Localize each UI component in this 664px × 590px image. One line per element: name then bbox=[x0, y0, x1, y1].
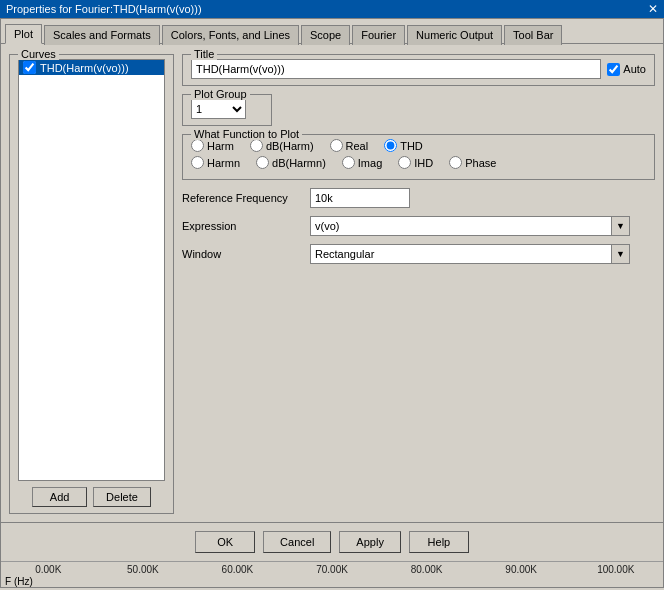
radio-thd: THD bbox=[384, 139, 423, 152]
cancel-button[interactable]: Cancel bbox=[263, 531, 331, 553]
freq-4: 80.00K bbox=[379, 564, 474, 575]
tab-content: Curves THD(Harm(v(vo))) Add Delete Title bbox=[1, 44, 663, 522]
delete-button[interactable]: Delete bbox=[93, 487, 151, 507]
title-bar: Properties for Fourier:THD(Harm(v(vo))) … bbox=[0, 0, 664, 18]
radio-harmn-input[interactable] bbox=[191, 156, 204, 169]
freq-6: 100.00K bbox=[568, 564, 663, 575]
window-title: Properties for Fourier:THD(Harm(v(vo))) bbox=[6, 3, 202, 15]
tab-fourier[interactable]: Fourier bbox=[352, 25, 405, 45]
radio-real-input[interactable] bbox=[330, 139, 343, 152]
curve-checkbox[interactable] bbox=[23, 61, 36, 74]
plot-group-label: Plot Group bbox=[191, 88, 250, 100]
radio-phase: Phase bbox=[449, 156, 496, 169]
radio-row-2: Harmn dB(Harmn) Imag IHD bbox=[191, 156, 646, 169]
tab-numeric[interactable]: Numeric Output bbox=[407, 25, 502, 45]
bottom-buttons: OK Cancel Apply Help bbox=[1, 522, 663, 561]
curves-panel: Curves THD(Harm(v(vo))) Add Delete bbox=[9, 54, 174, 514]
radio-ihd-input[interactable] bbox=[398, 156, 411, 169]
window-row: Window ▼ bbox=[182, 244, 655, 264]
freq-5: 90.00K bbox=[474, 564, 569, 575]
freq-bar: 0.00K 50.00K 60.00K 70.00K 80.00K 90.00K… bbox=[1, 561, 663, 575]
function-group: What Function to Plot Harm dB(Harm) R bbox=[182, 134, 655, 180]
radio-dbharm-input[interactable] bbox=[250, 139, 263, 152]
radio-real-label: Real bbox=[346, 140, 369, 152]
freq-0: 0.00K bbox=[1, 564, 96, 575]
radio-imag-label: Imag bbox=[358, 157, 382, 169]
window-dropdown-btn[interactable]: ▼ bbox=[612, 244, 630, 264]
radio-imag-input[interactable] bbox=[342, 156, 355, 169]
expression-label: Expression bbox=[182, 220, 302, 232]
title-input[interactable] bbox=[191, 59, 601, 79]
freq-1: 50.00K bbox=[96, 564, 191, 575]
window-combo: ▼ bbox=[310, 244, 630, 264]
radio-dbharmn: dB(Harmn) bbox=[256, 156, 326, 169]
radio-dbharmn-label: dB(Harmn) bbox=[272, 157, 326, 169]
help-button[interactable]: Help bbox=[409, 531, 469, 553]
radio-harmn: Harmn bbox=[191, 156, 240, 169]
radio-harm-input[interactable] bbox=[191, 139, 204, 152]
ref-freq-input[interactable] bbox=[310, 188, 410, 208]
freq-3: 70.00K bbox=[285, 564, 380, 575]
radio-dbharm: dB(Harm) bbox=[250, 139, 314, 152]
tab-scales[interactable]: Scales and Formats bbox=[44, 25, 160, 45]
freq-2: 60.00K bbox=[190, 564, 285, 575]
radio-ihd-label: IHD bbox=[414, 157, 433, 169]
plot-group: Plot Group 1 2 3 4 bbox=[182, 94, 272, 126]
dialog: Plot Scales and Formats Colors, Fonts, a… bbox=[0, 18, 664, 588]
radio-phase-label: Phase bbox=[465, 157, 496, 169]
right-panel: Title Auto Plot Group 1 2 bbox=[182, 52, 655, 514]
expression-dropdown-btn[interactable]: ▼ bbox=[612, 216, 630, 236]
curves-label: Curves bbox=[18, 48, 59, 60]
curves-buttons: Add Delete bbox=[18, 487, 165, 507]
radio-imag: Imag bbox=[342, 156, 382, 169]
radio-harmn-label: Harmn bbox=[207, 157, 240, 169]
radio-harm: Harm bbox=[191, 139, 234, 152]
expression-combo: ▼ bbox=[310, 216, 630, 236]
main-row: Curves THD(Harm(v(vo))) Add Delete Title bbox=[9, 52, 655, 514]
radio-dbharmn-input[interactable] bbox=[256, 156, 269, 169]
tab-bar: Plot Scales and Formats Colors, Fonts, a… bbox=[1, 19, 663, 44]
window-input[interactable] bbox=[310, 244, 612, 264]
close-icon[interactable]: ✕ bbox=[648, 2, 658, 16]
add-button[interactable]: Add bbox=[32, 487, 87, 507]
window-label: Window bbox=[182, 248, 302, 260]
auto-label: Auto bbox=[623, 63, 646, 75]
radio-phase-input[interactable] bbox=[449, 156, 462, 169]
tab-toolbar[interactable]: Tool Bar bbox=[504, 25, 562, 45]
title-group-label: Title bbox=[191, 48, 217, 60]
radio-thd-label: THD bbox=[400, 140, 423, 152]
freq-axis-label: F (Hz) bbox=[1, 575, 663, 587]
radio-real: Real bbox=[330, 139, 369, 152]
title-group: Title Auto bbox=[182, 54, 655, 86]
tab-scope[interactable]: Scope bbox=[301, 25, 350, 45]
function-group-label: What Function to Plot bbox=[191, 128, 302, 140]
expression-input[interactable] bbox=[310, 216, 612, 236]
plot-group-select[interactable]: 1 2 3 4 bbox=[191, 99, 246, 119]
ref-freq-label: Reference Frequency bbox=[182, 192, 302, 204]
auto-checkbox[interactable] bbox=[607, 63, 620, 76]
expression-row: Expression ▼ bbox=[182, 216, 655, 236]
radio-harm-label: Harm bbox=[207, 140, 234, 152]
auto-check: Auto bbox=[607, 63, 646, 76]
curve-item[interactable]: THD(Harm(v(vo))) bbox=[19, 60, 164, 75]
radio-ihd: IHD bbox=[398, 156, 433, 169]
ok-button[interactable]: OK bbox=[195, 531, 255, 553]
radio-row-1: Harm dB(Harm) Real THD bbox=[191, 139, 646, 152]
tab-plot[interactable]: Plot bbox=[5, 24, 42, 44]
title-row: Auto bbox=[191, 59, 646, 79]
curves-list: THD(Harm(v(vo))) bbox=[18, 59, 165, 481]
ref-freq-row: Reference Frequency bbox=[182, 188, 655, 208]
radio-dbharm-label: dB(Harm) bbox=[266, 140, 314, 152]
curve-label: THD(Harm(v(vo))) bbox=[40, 62, 129, 74]
apply-button[interactable]: Apply bbox=[339, 531, 401, 553]
tab-colors[interactable]: Colors, Fonts, and Lines bbox=[162, 25, 299, 45]
radio-thd-input[interactable] bbox=[384, 139, 397, 152]
